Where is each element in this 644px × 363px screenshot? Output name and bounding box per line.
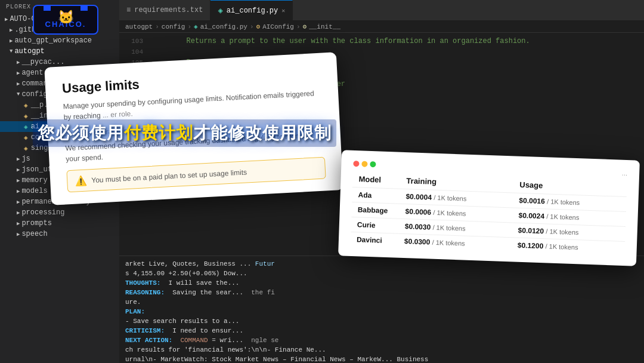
sidebar-item-label: prompts — [21, 219, 51, 227]
sidebar-item-label: processing — [21, 208, 64, 217]
chevron-right-icon: ▶ — [10, 38, 13, 44]
terminal-line: s 4,155.00 +2.50(+0.06%) Dow... — [125, 269, 638, 278]
chevron-right-icon: ▶ — [17, 210, 20, 216]
terminal-area: arket Live, Quotes, Business ... Futur s… — [119, 256, 644, 363]
line-number: 103 — [119, 36, 143, 47]
chevron-right-icon: ▶ — [17, 167, 20, 173]
tab-label: ai_config.py — [227, 7, 278, 15]
tab-ai-config[interactable]: ◈ ai_config.py ✕ — [210, 0, 293, 21]
sidebar-item-label: speech — [21, 230, 47, 238]
chevron-right-icon: ▶ — [17, 156, 20, 162]
sidebar-item-label: .github — [14, 26, 44, 34]
sidebar-item-label: __pycac... — [21, 58, 64, 66]
col-model: Model — [352, 172, 401, 189]
model-ada: Ada — [352, 187, 400, 204]
sidebar-item-label: agent — [21, 69, 43, 77]
terminal-line: NEXT ACTION: COMMAND = wri... ngle se — [125, 336, 638, 345]
breadcrumb-class-name: AIConfig — [262, 23, 294, 30]
file-icon: ◈ — [24, 144, 28, 152]
terminal-line: CRITICISM: I need to ensur... — [125, 326, 638, 336]
sidebar-item-autog[interactable]: ▶ AUTO-G... — [0, 14, 119, 24]
sep-icon: › — [296, 23, 301, 30]
sidebar-item-label: config — [21, 90, 47, 99]
breadcrumb: autogpt › config › ◈ ai_config.py › ⚙ AI… — [119, 21, 644, 33]
breadcrumb-filename: ai_config.py — [200, 23, 247, 30]
chevron-right-icon: ▶ — [17, 70, 20, 76]
tab-bar: ≡ requirements.txt ◈ ai_config.py ✕ — [119, 0, 644, 21]
code-content — [152, 47, 156, 57]
pricing-card[interactable]: ... Model Training Usage Ada $0.0004 / 1… — [338, 150, 640, 266]
terminal-line: ure. — [125, 297, 638, 307]
model-babbage: Babbage — [351, 202, 400, 219]
terminal-line: urnal\n- MarketWatch: Stock Market News … — [125, 355, 638, 363]
breadcrumb-method-name: __init__ — [309, 23, 340, 30]
py-file-icon: ◈ — [218, 5, 222, 16]
code-line-104: 104 — [119, 47, 644, 57]
terminal-line: - Save search results to a... — [125, 316, 638, 326]
usage-limits-card[interactable]: Usage limits Manage your spending by con… — [44, 52, 343, 205]
tab-label: requirements.txt — [134, 6, 203, 14]
breadcrumb-config: config — [162, 23, 185, 30]
chevron-right-icon: ▶ — [17, 59, 20, 66]
file-icon: ◈ — [24, 134, 28, 141]
file-icon: ◈ — [24, 101, 28, 109]
sidebar-item-label: auto_gpt_workspace — [14, 36, 92, 45]
davinci-usage: $0.1200 / 1K tokens — [511, 238, 625, 256]
sidebar-item-autogpt[interactable]: ▼ autogpt — [0, 46, 119, 57]
file-icon: ◈ — [24, 112, 28, 120]
chevron-right-icon: ▶ — [17, 177, 20, 184]
terminal-line: REASONING: Saving the sear... the fi — [125, 288, 638, 297]
davinci-training: $0.0300 / 1K tokens — [398, 233, 512, 252]
line-number: 104 — [119, 47, 143, 57]
model-davinci: Davinci — [351, 232, 399, 248]
minimize-dot — [361, 161, 367, 167]
chevron-down-icon: ▼ — [17, 91, 20, 97]
chevron-right-icon: ▶ — [17, 220, 20, 227]
txt-file-icon: ≡ — [126, 6, 131, 14]
code-content: Returns a prompt to the user with the cl… — [152, 36, 530, 47]
warning-icon: ⚠️ — [75, 175, 87, 187]
sidebar-item-github[interactable]: ▶ .github — [0, 24, 119, 35]
sidebar-item-label: js — [21, 155, 30, 163]
sidebar-item-workspace[interactable]: ▶ auto_gpt_workspace — [0, 35, 119, 46]
chevron-right-icon: ▶ — [10, 27, 13, 33]
code-line-103: 103 Returns a prompt to the user with th… — [119, 36, 644, 47]
usage-warning-text: You must be on a paid plan to set up usa… — [91, 168, 247, 184]
sep-icon: › — [187, 23, 191, 30]
terminal-line: PLAN: — [125, 307, 638, 316]
chevron-right-icon: ▶ — [17, 231, 20, 238]
breadcrumb-class: ⚙ — [256, 23, 261, 30]
chevron-right-icon: ▶ — [17, 188, 20, 195]
chevron-right-icon: ▶ — [5, 16, 8, 23]
sep-icon: › — [250, 23, 254, 30]
sidebar-item-prompts[interactable]: ▶ prompts — [0, 218, 119, 229]
sidebar-item-label: memory — [21, 176, 47, 184]
sidebar-header: PLOREX — [0, 0, 119, 14]
chevron-right-icon: ▶ — [17, 81, 20, 87]
chevron-right-icon: ▶ — [17, 199, 20, 205]
sidebar-item-speech[interactable]: ▶ speech — [0, 229, 119, 239]
pricing-table: Model Training Usage Ada $0.0004 / 1K to… — [351, 172, 627, 256]
sidebar-item-label: autogpt — [14, 47, 44, 56]
chevron-down-icon: ▼ — [10, 48, 13, 54]
sep-icon: › — [155, 23, 159, 30]
model-curie: Curie — [351, 217, 399, 233]
close-dot — [353, 161, 359, 167]
file-icon: ◈ — [24, 123, 28, 131]
sidebar-item-processing[interactable]: ▶ processing — [0, 207, 119, 218]
close-tab-button[interactable]: ✕ — [281, 7, 285, 14]
breadcrumb-method: ⚙ — [303, 23, 307, 30]
window-dots — [353, 161, 376, 167]
tab-requirements[interactable]: ≡ requirements.txt — [119, 0, 210, 21]
expand-dot — [370, 161, 376, 167]
breadcrumb-file: ◈ — [194, 23, 198, 30]
breadcrumb-autogpt: autogpt — [125, 23, 153, 30]
sidebar-item-label: models — [21, 187, 47, 195]
card-title: ... — [622, 170, 628, 177]
terminal-line: THOUGHTS: I will save the... — [125, 278, 638, 288]
sidebar-item-label: AUTO-G... — [10, 15, 48, 23]
terminal-line: ch results for 'financial news':\n\n- Fi… — [125, 345, 638, 355]
